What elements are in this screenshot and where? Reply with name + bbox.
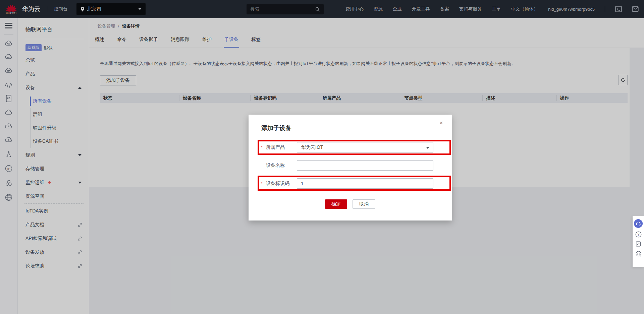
field-label-device-name: 设备名称 bbox=[266, 163, 297, 169]
field-row-node-id: * 设备标识码 bbox=[249, 178, 452, 189]
chevron-down-icon bbox=[426, 147, 429, 149]
customer-service-button[interactable] bbox=[634, 219, 643, 228]
help-button[interactable]: ? bbox=[635, 231, 642, 238]
confirm-button[interactable]: 确定 bbox=[325, 199, 347, 209]
dialog-title: 添加子设备 bbox=[261, 124, 291, 132]
field-label-product: 所属产品 bbox=[266, 144, 297, 150]
field-label-node-id: 设备标识码 bbox=[266, 181, 297, 187]
field-row-product: * 所属产品 华为云IOT bbox=[249, 142, 452, 152]
close-icon[interactable]: × bbox=[439, 119, 443, 127]
survey-button[interactable] bbox=[635, 250, 642, 257]
feedback-button[interactable] bbox=[635, 241, 642, 247]
product-select[interactable]: 华为云IOT bbox=[297, 142, 433, 152]
cancel-button[interactable]: 取消 bbox=[353, 199, 375, 209]
smiley-icon bbox=[635, 251, 642, 257]
svg-text:?: ? bbox=[637, 233, 639, 236]
add-sub-device-dialog: 添加子设备 × * 所属产品 华为云IOT 设备名称 * 设备标识码 确定 取消 bbox=[249, 115, 452, 221]
headset-icon bbox=[636, 221, 641, 226]
required-asterisk: * bbox=[261, 145, 266, 150]
node-id-input[interactable] bbox=[297, 178, 433, 189]
dialog-actions: 确定 取消 bbox=[249, 199, 452, 209]
required-asterisk: * bbox=[261, 181, 266, 186]
edit-note-icon bbox=[635, 241, 641, 247]
floating-help-toolbar: ? bbox=[633, 216, 644, 267]
question-icon: ? bbox=[635, 231, 642, 238]
field-row-device-name: 设备名称 bbox=[249, 160, 452, 171]
product-select-value: 华为云IOT bbox=[301, 144, 323, 150]
device-name-input[interactable] bbox=[297, 160, 433, 171]
